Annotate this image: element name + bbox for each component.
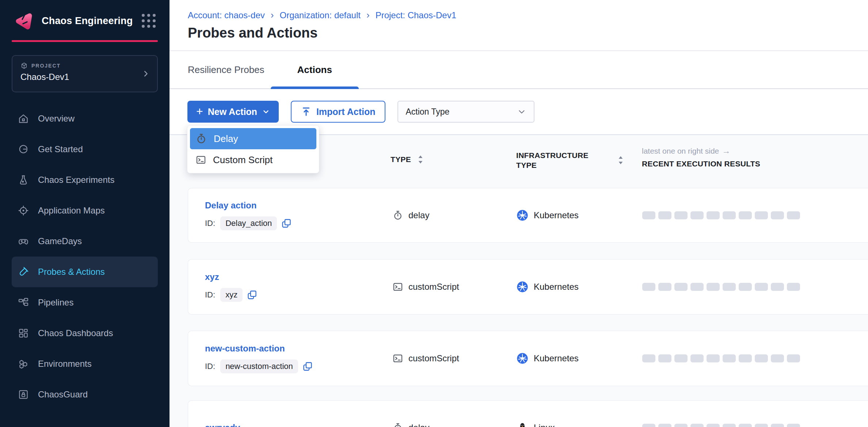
lock-icon xyxy=(18,389,29,400)
project-selector[interactable]: PROJECT Chaos-Dev1 xyxy=(12,55,158,92)
import-action-button[interactable]: Import Action xyxy=(291,101,386,123)
infrastructure-cell: Kubernetes xyxy=(517,353,642,364)
execution-result-placeholder xyxy=(755,424,768,427)
stopwatch-icon xyxy=(195,133,207,145)
breadcrumb: Account: chaos-dev › Organization: defau… xyxy=(188,9,868,21)
copy-icon[interactable] xyxy=(302,361,313,372)
main-content: Account: chaos-dev › Organization: defau… xyxy=(170,0,868,427)
execution-result-placeholder xyxy=(771,354,784,362)
sidebar-item-environments[interactable]: Environments xyxy=(12,349,158,379)
sidebar-item-get-started[interactable]: Get Started xyxy=(12,134,158,165)
execution-result-placeholder xyxy=(690,283,704,291)
harness-logo-icon xyxy=(14,11,34,31)
home-icon xyxy=(18,113,29,124)
apps-grid-icon[interactable] xyxy=(142,14,156,28)
action-id-badge: new-custom-action xyxy=(220,359,298,373)
table-row: Delay action ID: Delay_action delay xyxy=(188,188,868,243)
type-cell: delay xyxy=(392,422,517,427)
kubernetes-icon xyxy=(517,353,528,364)
execution-result-placeholder xyxy=(771,283,784,291)
execution-result-placeholder xyxy=(658,211,671,219)
new-action-button[interactable]: + New Action xyxy=(187,101,279,123)
cube-icon xyxy=(20,62,28,69)
infrastructure-cell: Kubernetes xyxy=(517,209,642,221)
sidebar-item-pipelines[interactable]: Pipelines xyxy=(12,287,158,318)
test-tube-icon xyxy=(18,266,29,278)
action-name-link[interactable]: new-custom-action xyxy=(205,343,392,354)
project-label: PROJECT xyxy=(31,63,61,69)
sidebar-item-overview[interactable]: Overview xyxy=(12,103,158,134)
execution-result-placeholder xyxy=(642,283,655,291)
infrastructure-cell: Kubernetes xyxy=(517,281,642,293)
sidebar-item-chaosguard[interactable]: ChaosGuard xyxy=(12,379,158,410)
execution-result-placeholder xyxy=(723,354,736,362)
copy-icon[interactable] xyxy=(247,290,257,300)
execution-result-placeholder xyxy=(771,424,784,427)
execution-result-placeholder xyxy=(771,211,784,219)
terminal-icon xyxy=(392,281,403,292)
table-row: new-custom-action ID: new-custom-action … xyxy=(188,331,868,386)
arrow-right-icon: → xyxy=(722,146,730,156)
chevron-down-icon xyxy=(517,107,526,116)
linux-icon xyxy=(517,422,528,427)
sidebar-item-application-maps[interactable]: Application Maps xyxy=(12,195,158,226)
execution-result-placeholder xyxy=(642,354,655,362)
execution-result-placeholder xyxy=(787,283,800,291)
execution-result-placeholder xyxy=(755,354,768,362)
type-cell: customScript xyxy=(392,353,517,364)
brand-divider xyxy=(12,40,158,42)
sidebar: Chaos Engineering PROJECT Chaos-Dev1 Ove… xyxy=(0,0,170,427)
execution-result-placeholder xyxy=(690,424,704,427)
column-results-header: latest one on right side → RECENT EXECUT… xyxy=(625,146,868,168)
recent-execution-results xyxy=(642,211,868,219)
execution-result-placeholder xyxy=(674,354,688,362)
menu-item-custom-script[interactable]: Custom Script xyxy=(190,149,316,170)
execution-result-placeholder xyxy=(690,354,704,362)
execution-result-placeholder xyxy=(787,424,800,427)
execution-result-placeholder xyxy=(658,354,671,362)
execution-result-placeholder xyxy=(674,424,688,427)
action-name-link[interactable]: xyz xyxy=(205,272,392,282)
tab-actions[interactable]: Actions xyxy=(271,51,359,88)
sidebar-item-probes-actions[interactable]: Probes & Actions xyxy=(12,257,158,287)
hexagons-icon xyxy=(18,358,29,370)
recent-execution-results xyxy=(642,283,868,291)
sort-icon[interactable] xyxy=(617,155,624,165)
sidebar-item-chaos-experiments[interactable]: Chaos Experiments xyxy=(12,165,158,195)
pipeline-icon xyxy=(18,297,29,308)
breadcrumb-project[interactable]: Project: Chaos-Dev1 xyxy=(376,10,456,20)
action-id-badge: Delay_action xyxy=(220,216,277,230)
breadcrumb-account[interactable]: Account: chaos-dev xyxy=(188,10,265,20)
execution-result-placeholder xyxy=(739,211,752,219)
actions-table: TYPE INFRASTRUCTURE TYPE latest one on r… xyxy=(170,135,868,427)
sidebar-item-gamedays[interactable]: GameDays xyxy=(12,226,158,257)
execution-result-placeholder xyxy=(707,283,720,291)
active-tab-indicator xyxy=(271,86,359,89)
execution-result-placeholder xyxy=(658,283,671,291)
tab-resilience-probes[interactable]: Resilience Probes xyxy=(188,51,264,88)
terminal-icon xyxy=(195,154,206,165)
execution-result-placeholder xyxy=(739,283,752,291)
action-name-link[interactable]: Delay action xyxy=(205,200,392,211)
name-cell: Delay action ID: Delay_action xyxy=(205,200,392,230)
table-row: awrvadv delay Linux xyxy=(188,400,868,427)
sort-icon[interactable] xyxy=(417,155,424,164)
copy-icon[interactable] xyxy=(281,218,292,228)
app-title: Chaos Engineering xyxy=(42,15,133,27)
breadcrumb-organization[interactable]: Organization: default xyxy=(279,10,360,20)
sidebar-item-chaos-dashboards[interactable]: Chaos Dashboards xyxy=(12,318,158,349)
gamepad-icon xyxy=(18,235,29,247)
recent-execution-results xyxy=(642,424,868,427)
action-type-filter[interactable]: Action Type xyxy=(397,101,534,123)
column-infrastructure-header[interactable]: INFRASTRUCTURE TYPE xyxy=(499,146,625,170)
kubernetes-icon xyxy=(517,281,528,293)
action-name-link[interactable]: awrvadv xyxy=(205,423,392,427)
stopwatch-icon xyxy=(392,210,403,221)
menu-item-delay[interactable]: Delay xyxy=(190,128,316,149)
project-name: Chaos-Dev1 xyxy=(20,72,149,82)
execution-result-placeholder xyxy=(787,211,800,219)
page-title: Probes and Actions xyxy=(188,25,868,41)
column-type-header[interactable]: TYPE xyxy=(375,146,499,164)
execution-result-placeholder xyxy=(723,211,736,219)
new-action-menu: Delay Custom Script xyxy=(187,125,319,173)
